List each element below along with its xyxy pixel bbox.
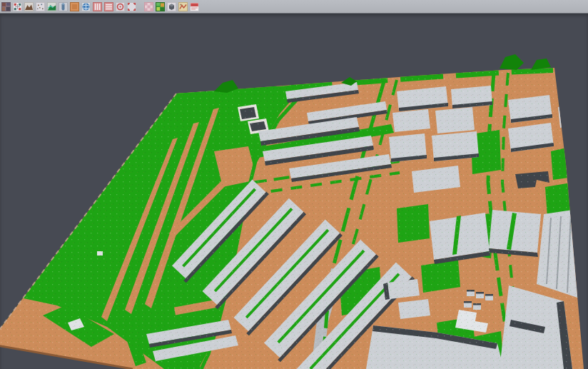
sparse-points-button[interactable] [35, 1, 46, 12]
measurement-icon [178, 2, 188, 11]
sparse-points-icon [36, 2, 45, 11]
classified-raster-button[interactable] [155, 1, 166, 12]
pick-point-icon [116, 2, 125, 11]
main-toolbar [0, 0, 588, 14]
classified-raster-icon [156, 2, 165, 11]
pick-point-button[interactable] [115, 1, 126, 12]
area-selection-icon [70, 2, 79, 11]
classification-list-button[interactable] [103, 1, 114, 12]
classification-list-icon [104, 2, 113, 11]
registration-points-button[interactable] [12, 1, 23, 12]
orbit-globe-button[interactable] [81, 1, 91, 12]
point-cloud-colors-button[interactable] [1, 1, 11, 12]
orbit-globe-icon [81, 2, 91, 11]
area-selection-button[interactable] [69, 1, 80, 12]
point-cloud-app-window [0, 0, 588, 369]
flag-annotation-button[interactable] [189, 1, 200, 12]
flag-annotation-icon [190, 2, 199, 11]
toolbar-separator [138, 1, 143, 12]
mesh-model-button[interactable] [166, 1, 177, 12]
fence-section-icon [93, 2, 102, 11]
terrain-model-icon [47, 2, 56, 11]
zoom-extents-button[interactable] [126, 1, 137, 12]
zoom-extents-icon [127, 2, 136, 11]
profile-slice-icon [59, 2, 68, 11]
point-noise-overlay [0, 57, 588, 369]
terrain-model-button[interactable] [46, 1, 57, 12]
fence-section-button[interactable] [92, 1, 103, 12]
point-cloud-colors-icon [1, 2, 11, 11]
dem-surface-icon [24, 2, 34, 11]
terrain-mesh [0, 54, 588, 369]
mesh-model-icon [167, 2, 176, 11]
registration-points-icon [13, 2, 22, 11]
viewport-3d[interactable] [0, 14, 588, 369]
profile-slice-button[interactable] [58, 1, 69, 12]
measurement-button[interactable] [178, 1, 188, 12]
raster-grid-icon [144, 2, 153, 11]
dem-surface-button[interactable] [24, 1, 34, 12]
point-cloud-render [0, 14, 588, 369]
raster-grid-button[interactable] [143, 1, 154, 12]
